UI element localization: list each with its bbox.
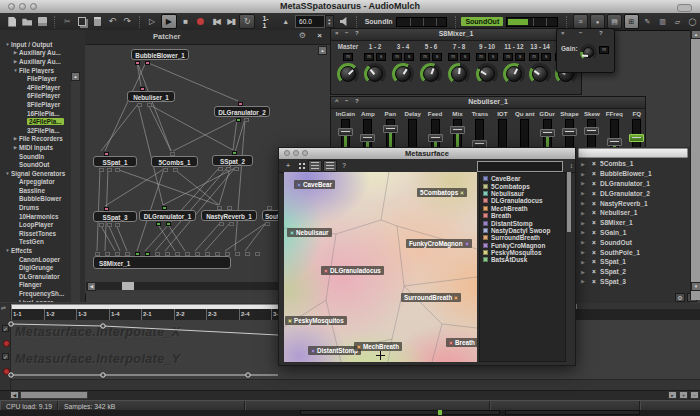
sidebar-item-10harmonics[interactable]: 10Harmonics — [0, 212, 71, 221]
channel-knob[interactable] — [529, 63, 551, 85]
sidebar-item-canonlooper[interactable]: CanonLooper — [0, 255, 71, 264]
list-view-button[interactable] — [308, 160, 322, 172]
dock-item-southpole-1[interactable]: ▶×SouthPole_1 — [578, 247, 682, 257]
expand-icon[interactable]: ▶ — [578, 278, 588, 284]
mute-button[interactable]: m — [448, 53, 458, 61]
s8mixer-header[interactable]: × − ? S8Mixer_1 — [331, 29, 581, 41]
mute-button[interactable]: m — [392, 53, 402, 61]
sidebar-item-file-players[interactable]: ▼File Players — [0, 66, 71, 75]
patcher-node-s8mixer-1[interactable]: S8Mixer_1 — [93, 256, 231, 269]
sidebar-item-arpeggiator[interactable]: Arpeggiator — [0, 178, 71, 187]
surface-snapshot-nebulisaur[interactable]: Nebulisaur — [287, 228, 332, 237]
port[interactable] — [165, 252, 170, 256]
open-file-button[interactable] — [21, 15, 34, 28]
input-port[interactable] — [140, 87, 145, 91]
slider-handle[interactable] — [428, 134, 443, 142]
close-icon[interactable]: × — [561, 30, 565, 36]
rewind-button[interactable]: ▮◀ — [209, 15, 222, 28]
sidebar-scrollbar[interactable] — [71, 72, 80, 302]
snapshot-row-distantstomp[interactable]: DistantStomp — [480, 219, 565, 226]
port[interactable] — [205, 252, 210, 256]
expand-icon[interactable]: ▶ — [578, 249, 588, 255]
port[interactable] — [107, 223, 112, 227]
expand-icon[interactable]: ▶ — [578, 200, 588, 206]
mute-button[interactable]: m — [503, 53, 513, 61]
port[interactable] — [125, 252, 130, 256]
snapshot-row-funkycromagnon[interactable]: FunkyCroMagnon — [480, 242, 565, 249]
remove-icon[interactable]: × — [588, 229, 600, 236]
sidebar-item-frequencysh[interactable]: FrequencySh... — [0, 289, 71, 298]
slider-handle[interactable] — [629, 134, 644, 142]
dock-item-sspat-3[interactable]: ▶×SSpat_3 — [578, 277, 682, 287]
remove-icon[interactable]: × — [588, 209, 600, 216]
cut-button[interactable]: ✂ — [61, 15, 74, 28]
surface-snapshot-dlgranuladocus[interactable]: DLGranuladocus — [321, 266, 384, 275]
patcher-node-nebuliser-1[interactable]: Nebuliser_1 — [127, 91, 175, 102]
dock-item-sspat-2[interactable]: ▶×SSpat_2 — [578, 267, 682, 277]
port[interactable] — [229, 222, 234, 226]
toolbar-toggle-capsule[interactable] — [677, 4, 692, 12]
remove-icon[interactable]: × — [588, 278, 600, 285]
sidebar-item-16filepla[interactable]: 16FilePla... — [0, 109, 71, 118]
patcher-node-bubbleblower-1[interactable]: BubbleBlower_1 — [131, 49, 189, 60]
slider-handle[interactable] — [584, 127, 599, 135]
dock-item-dlgranulator-1[interactable]: ▶×DLGranulator_1 — [578, 179, 682, 189]
automation-record-button[interactable]: ● — [590, 14, 605, 29]
undo-button[interactable]: ↶ — [106, 15, 119, 28]
soundin-meter[interactable] — [396, 17, 448, 27]
channel-knob[interactable] — [364, 63, 386, 85]
zoom-in-button[interactable]: + — [679, 391, 688, 399]
slider-handle[interactable] — [540, 129, 555, 137]
snapshot-row-dlgranuladocus[interactable]: DLGranuladocus — [480, 197, 565, 204]
port[interactable] — [185, 252, 190, 256]
slider-handle[interactable] — [562, 128, 577, 136]
scroll-up-icon[interactable]: ▲ — [691, 30, 700, 39]
port[interactable] — [155, 252, 160, 256]
automation-curve[interactable] — [11, 324, 278, 335]
tree-collapsed-icon[interactable]: ▶ — [12, 136, 19, 141]
copy-button[interactable] — [76, 15, 89, 28]
dock-item-sspat-1[interactable]: ▶×SSpat_1 — [578, 257, 682, 267]
snapshot-row-breath[interactable]: Breath — [480, 212, 565, 219]
output-port-active[interactable] — [232, 151, 237, 155]
surface-cursor[interactable] — [376, 355, 385, 356]
tree-collapsed-icon[interactable]: ▶ — [12, 50, 19, 55]
patcher-node-dlgranulator-2[interactable]: DLGranulator_2 — [214, 106, 270, 117]
follow-playback-button[interactable]: ▸ — [668, 391, 677, 399]
sgain-header[interactable]: × − ? — [557, 29, 614, 40]
solo-button[interactable]: s — [515, 53, 525, 61]
dock-item-dlgranulator-2[interactable]: ▶×DLGranulator_2 — [578, 188, 682, 198]
port[interactable] — [147, 103, 152, 107]
surface-snapshot-surroundbreath[interactable]: SurroundBreath — [401, 293, 461, 302]
port[interactable] — [219, 222, 224, 226]
expand-icon[interactable]: ▶ — [578, 220, 588, 226]
remove-icon[interactable]: × — [588, 249, 600, 256]
port[interactable] — [99, 168, 104, 172]
patcher-node-sspat-1[interactable]: SSpat_1 — [93, 156, 137, 167]
snapshot-row-5combatops[interactable]: 5Combatops — [480, 182, 565, 189]
dock-item-nebuliser-1[interactable]: ▶×Nebuliser_1 — [578, 208, 682, 218]
port[interactable] — [115, 252, 120, 256]
expand-icon[interactable]: ▶ — [578, 229, 588, 235]
port[interactable] — [244, 118, 249, 122]
tree-collapsed-icon[interactable]: ▶ — [12, 145, 19, 150]
surface-snapshot-distantstomp[interactable]: DistantStomp — [308, 346, 361, 355]
scroll-left-icon[interactable]: ◀ — [87, 282, 96, 291]
mixer-view-button[interactable]: ▤ — [607, 14, 622, 29]
main-vscrollbar[interactable]: ▲ ▼ — [690, 30, 700, 300]
port[interactable] — [218, 167, 223, 171]
scroll-left-icon[interactable]: ◀ — [10, 391, 19, 399]
sidebar-item-rissettones[interactable]: RissetTones — [0, 229, 71, 238]
port[interactable] — [107, 168, 112, 172]
patcher-node-nastyreverb-1[interactable]: NastyReverb_1 — [201, 210, 257, 221]
sidebar-item-loopplayer[interactable]: LoopPlayer — [0, 220, 71, 229]
automation-point[interactable] — [9, 373, 13, 377]
automation-point[interactable] — [246, 373, 250, 377]
mute-button[interactable]: m — [343, 53, 353, 61]
mute-button[interactable]: m — [529, 53, 539, 61]
solo-button[interactable]: s — [404, 53, 414, 61]
play-button[interactable]: ▶ — [161, 14, 177, 29]
detail-view-button[interactable] — [323, 160, 337, 172]
scroll-down-icon[interactable]: ▼ — [691, 282, 700, 291]
scroll-up-icon[interactable]: ▲ — [318, 46, 327, 55]
